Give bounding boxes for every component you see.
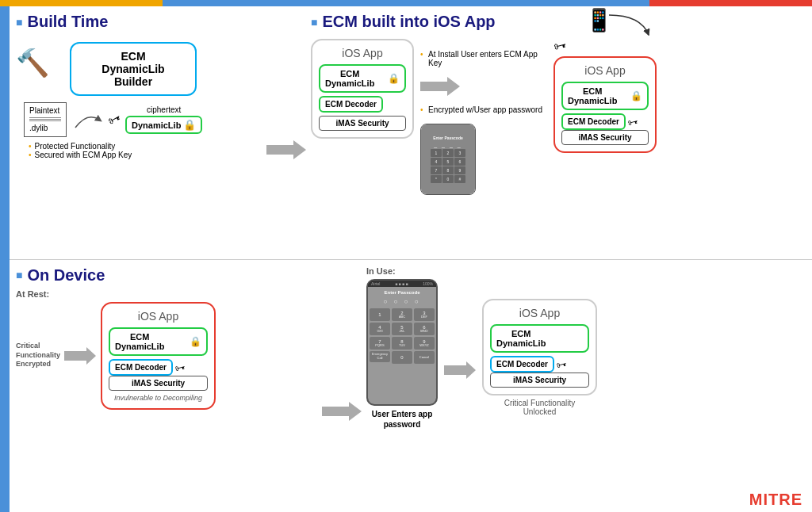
numkey-1[interactable]: 1	[370, 308, 390, 321]
ecm-ios-header: ECM built into iOS App	[311, 13, 806, 31]
install-arrow-svg	[420, 77, 460, 96]
on-device-content: Critical Functionality Encrypted iOS App…	[16, 302, 317, 410]
svg-marker-4	[444, 361, 476, 379]
passcode-title: Enter Passcode	[384, 290, 419, 295]
key-icon-right: 🗝	[552, 37, 568, 55]
ecm-builder-box: ECM DynamicLib Builder	[70, 42, 197, 96]
numkey-3[interactable]: 3DEF	[414, 308, 435, 321]
key-1-small: 1	[431, 149, 442, 157]
at-rest-label: At Rest:	[16, 289, 317, 299]
install-bullets: At Install User enters ECM App Key	[420, 47, 547, 74]
lock-icon-build: 🔒	[183, 119, 196, 131]
passcode-screen-large: Enter Passcode ○ ○ ○ ○ 1 2ABC 3DEF 4GHI …	[368, 287, 436, 404]
numkey-8[interactable]: 8TUV	[392, 337, 412, 350]
ecm-decoder-row-left: ECM Decoder	[319, 96, 406, 113]
on-device-header: On Device	[16, 266, 317, 285]
ios-app-left-box: iOS App ECM DynamicLib 🔒 ECM Decoder iMA…	[311, 39, 414, 139]
invulnerable-label: Invulnerable to Decompiling	[109, 394, 208, 402]
build-time-bottom-row: Plaintext .dylib 🗝	[16, 102, 262, 137]
phone-status-bar: Airtel■ ■ ■ ■100%	[368, 281, 436, 287]
lock-icon-device: 🔒	[190, 336, 201, 347]
key-9-small: 9	[454, 166, 465, 174]
ecm-decoder-row-right: ECM Decoder 🗝	[561, 113, 649, 130]
bullet-secured: Secured with ECM App Key	[29, 151, 262, 159]
right-ios-area: 📱 🗝 iOS App ECM DynamicLib 🔒 ECM Decoder	[553, 39, 657, 153]
ecm-dynlib-label-device: ECM DynamicLib	[115, 332, 164, 351]
ios-app-left-title: iOS App	[319, 47, 406, 59]
crit-arrow-svg	[64, 347, 96, 365]
passcode-phone-area: Airtel■ ■ ■ ■100% Enter Passcode ○ ○ ○ ○…	[366, 279, 438, 430]
ecm-decoder-box-left: ECM Decoder	[319, 96, 383, 113]
build-to-ecm-arrow	[262, 44, 311, 256]
in-use-label: In Use:	[366, 266, 806, 276]
numkey-6[interactable]: 6MNO	[414, 323, 435, 335]
ecm-builder-label: ECM DynamicLib Builder	[102, 50, 164, 88]
ecm-dynlib-label-left: ECM DynamicLib	[325, 69, 374, 88]
passcode-dots: ○ ○ ○ ○	[384, 298, 421, 305]
imas-box-right: iMAS Security	[561, 130, 649, 145]
passcode-phone-large: Airtel■ ■ ■ ■100% Enter Passcode ○ ○ ○ ○…	[366, 279, 438, 406]
device-arrow-svg	[322, 402, 362, 421]
cipher-box: ciphertext DynamicLib 🔒	[125, 105, 202, 134]
build-time-header: Build Time	[16, 13, 262, 31]
ciphertext-label: ciphertext	[147, 105, 181, 114]
svg-marker-0	[266, 140, 306, 159]
plaintext-label: Plaintext	[29, 105, 61, 117]
ecm-decoder-box-device: ECM Decoder	[109, 359, 173, 376]
ecm-dynlib-unlocked: ECM DynamicLib	[490, 324, 589, 353]
bullet-protected: Protected Functionality	[29, 142, 262, 151]
middle-info: At Install User enters ECM App Key Encry…	[420, 47, 547, 195]
numkey-0[interactable]: 0	[392, 351, 412, 364]
in-use-content: Airtel■ ■ ■ ■100% Enter Passcode ○ ○ ○ ○…	[366, 279, 806, 430]
install-bullet-1: At Install User enters ECM App Key	[420, 50, 547, 67]
ecm-dynlib-label-right: ECM DynamicLib	[568, 86, 617, 105]
smartphone-icon: 📱	[585, 7, 613, 33]
imas-box-left: iMAS Security	[319, 116, 406, 131]
numkey-2[interactable]: 2ABC	[392, 308, 412, 321]
ios-app-right-box: iOS App ECM DynamicLib 🔒 ECM Decoder 🗝 i…	[553, 56, 657, 153]
svg-marker-3	[322, 402, 362, 421]
numkey-9[interactable]: 9WXYZ	[414, 337, 435, 350]
top-color-bar	[0, 0, 812, 6]
key-star-small: *	[431, 175, 442, 183]
lock-icon-right: 🔒	[630, 90, 642, 101]
top-half: Build Time 🔨 ECM DynamicLib Builder Plai…	[10, 6, 812, 260]
key-4-small: 4	[431, 158, 442, 166]
key-0-small: 0	[442, 175, 454, 183]
plaintext-doc: Plaintext .dylib	[24, 102, 67, 137]
mitre-logo: MITRE	[749, 491, 802, 509]
numkey-emergency[interactable]: EmergencyCall	[370, 351, 390, 362]
key-icon-decoder: 🗝	[626, 115, 639, 129]
numkey-cancel[interactable]: Cancel	[414, 351, 435, 364]
ios-app-unlocked-area: iOS App ECM DynamicLib ECM Decoder 🗝 iMA…	[482, 299, 597, 416]
on-device-title: On Device	[27, 266, 105, 285]
ecm-decoder-row-unlocked: ECM Decoder 🗝	[490, 356, 589, 373]
ecm-ios-section: ECM built into iOS App iOS App ECM Dynam…	[311, 13, 806, 256]
bottom-half: On Device At Rest: Critical Functionalit…	[10, 260, 812, 513]
numkey-5[interactable]: 5JKL	[392, 323, 412, 335]
passcode-phone-small: Enter Passcode _ _ _ _ 1 2 3 4 5 6 7 8	[420, 124, 476, 195]
build-time-title: Build Time	[27, 13, 108, 31]
key-icon-device: 🗝	[174, 360, 186, 374]
numkey-4[interactable]: 4GHI	[370, 323, 390, 335]
phone-caption: User Enters app password	[372, 409, 433, 430]
left-accent-bar	[0, 6, 10, 512]
numkey-7[interactable]: 7PQRS	[370, 337, 390, 350]
key-3-small: 3	[454, 149, 465, 157]
lock-icon-left: 🔒	[388, 73, 400, 84]
ecm-dynlib-inner-right: ECM DynamicLib 🔒	[561, 82, 649, 110]
ios-app-right-title: iOS App	[561, 64, 649, 77]
dynlib-box: DynamicLib 🔒	[125, 116, 202, 134]
ecm-decoder-box-unlocked: ECM Decoder	[490, 356, 554, 373]
ecm-dynlib-device: ECM DynamicLib 🔒	[109, 327, 208, 356]
imas-box-device: iMAS Security	[109, 376, 208, 391]
device-to-inuse-arrow	[317, 314, 366, 510]
key-7-small: 7	[431, 166, 442, 174]
key-row-right: 🗝	[553, 39, 568, 53]
crit-text: Critical Functionality Encrypted	[16, 342, 59, 369]
install-bullets-2: Encrypted w/User app password	[420, 102, 547, 120]
ios-app-unlocked-box: iOS App ECM DynamicLib ECM Decoder 🗝 iMA…	[482, 299, 597, 395]
in-use-section: In Use: Airtel■ ■ ■ ■100% Enter Passcode…	[366, 266, 806, 510]
unlocked-caption: Critical Functionality Unlocked	[504, 399, 575, 416]
passcode-grid-large: 1 2ABC 3DEF 4GHI 5JKL 6MNO 7PQRS 8TUV 9W…	[370, 308, 435, 364]
